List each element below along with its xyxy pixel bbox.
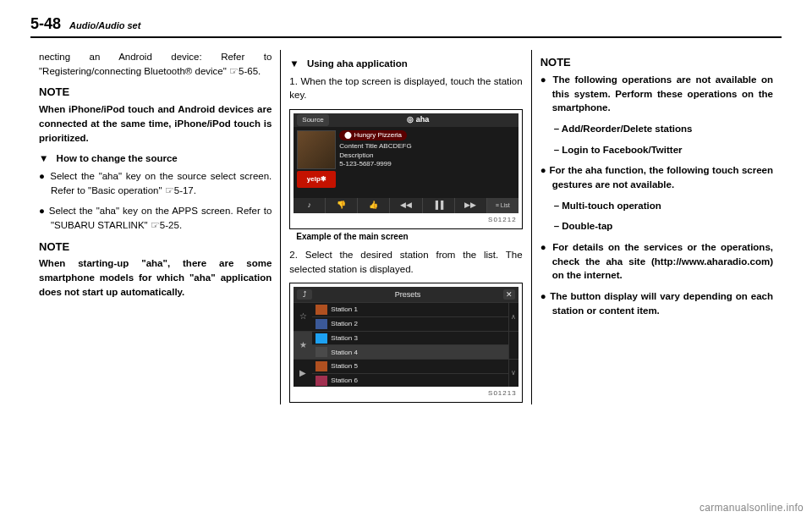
thumb-column: yelp✱: [297, 130, 336, 188]
bullet-item: Select the "aha" key on the APPS screen.…: [39, 204, 272, 232]
station-icon: [315, 319, 327, 329]
presets-topbar: ⤴ Presets ✕: [294, 287, 518, 302]
watermark: carmanualsonline.info: [700, 502, 804, 514]
list-item[interactable]: Station 6: [312, 373, 508, 388]
station-label: Station 6: [331, 376, 358, 386]
tab-outline-star-icon[interactable]: ☆: [294, 302, 312, 330]
note-heading: NOTE: [39, 239, 272, 256]
bullet-item: For details on the services or the opera…: [540, 240, 773, 283]
scrollbar[interactable]: ∧ ∨: [508, 302, 518, 387]
track-meta: ⬤ Hungry Pizzeria Content Title ABCDEFG …: [339, 130, 514, 188]
station-icon: [315, 361, 327, 371]
aha-main-screen: Source ◎ aha yelp✱ ⬤ Hungry Pizzeria Con…: [294, 113, 518, 213]
section-title: Audio/Audio set: [69, 20, 140, 30]
column-1: necting an Android device: Refer to "Reg…: [30, 50, 280, 404]
playback-controls: ♪ 👎 👍 ◀◀ ▐▐ ▶▶ ≡ List: [294, 198, 518, 213]
header-rule: [30, 36, 782, 38]
music-icon[interactable]: ♪: [294, 198, 326, 213]
content-title: Content Title ABCDEFG: [339, 142, 411, 150]
scroll-down-icon[interactable]: ∨: [509, 359, 518, 387]
aha-logo: ◎ aha: [407, 114, 429, 125]
note-heading: NOTE: [540, 55, 773, 71]
note-body: When iPhone/iPod touch and Android devic…: [39, 102, 272, 145]
station-label: Station 5: [331, 361, 358, 371]
triangle-icon: ▼: [289, 57, 299, 71]
screenshot-main-screen: Source ◎ aha yelp✱ ⬤ Hungry Pizzeria Con…: [289, 109, 522, 229]
thumbs-up-icon[interactable]: 👍: [358, 198, 390, 213]
bullet-item: The following operations are not availab…: [540, 73, 773, 115]
content-description: Description: [339, 151, 373, 159]
screen-body: yelp✱ ⬤ Hungry Pizzeria Content Title AB…: [294, 127, 518, 191]
subheading-change-source: ▼ How to change the source: [39, 151, 272, 166]
scroll-track: [509, 331, 518, 359]
station-label: Station 4: [331, 348, 358, 358]
pause-icon[interactable]: ▐▐: [423, 198, 455, 213]
bullet-item: Select the "aha" key on the source selec…: [39, 169, 272, 197]
dash-item: – Multi-touch operation: [540, 199, 773, 213]
thumbs-down-icon[interactable]: 👎: [326, 198, 358, 213]
step-text: 1. When the top screen is displayed, tou…: [289, 74, 522, 102]
list-item[interactable]: Station 3: [312, 331, 508, 345]
bullet-item: For the aha function, the following touc…: [540, 163, 773, 191]
presets-screen: ⤴ Presets ✕ ☆ ★ ▶ Station 1 Station 2: [294, 287, 518, 387]
list-item[interactable]: Station 1: [312, 302, 508, 316]
subheading-label: Using aha application: [307, 58, 408, 69]
column-2: ▼ Using aha application 1. When the top …: [280, 50, 530, 404]
dash-item: – Double-tap: [540, 219, 773, 234]
station-label: Station 3: [331, 333, 358, 344]
manual-page: 5-48 Audio/Audio set necting an Android …: [0, 0, 812, 413]
bullet-item: The button display will vary depending o…: [540, 289, 773, 317]
tab-play-icon[interactable]: ▶: [294, 359, 312, 387]
presets-list-area: ☆ ★ ▶ Station 1 Station 2 Station 3 Stat…: [294, 302, 518, 387]
list-item[interactable]: Station 2: [312, 316, 508, 331]
note-body: When starting-up "aha", there are some s…: [39, 256, 272, 299]
station-icon: [315, 376, 327, 386]
station-label: Station 2: [331, 319, 358, 329]
presets-title: Presets: [395, 289, 421, 300]
presets-side-tabs: ☆ ★ ▶: [294, 302, 312, 387]
dash-item: – Add/Reorder/Delete stations: [540, 122, 773, 136]
station-icon: [315, 333, 327, 344]
topbar-spacer: [508, 115, 515, 125]
image-code: S01212: [294, 213, 518, 225]
figure-caption: Example of the main screen: [296, 231, 522, 244]
screenshot-presets: ⤴ Presets ✕ ☆ ★ ▶ Station 1 Station 2: [289, 283, 522, 403]
note-heading: NOTE: [39, 85, 272, 101]
triangle-icon: ▼: [39, 151, 48, 166]
station-icon: [315, 347, 327, 357]
continuation-text: necting an Android device: Refer to "Reg…: [39, 50, 272, 78]
station-icon: [315, 305, 327, 315]
prev-track-icon[interactable]: ◀◀: [390, 198, 422, 213]
yelp-badge: yelp✱: [297, 171, 336, 188]
scroll-up-icon[interactable]: ∧: [509, 302, 518, 330]
list-button[interactable]: ≡ List: [487, 198, 518, 213]
station-rows: Station 1 Station 2 Station 3 Station 4 …: [312, 302, 508, 387]
close-icon[interactable]: ✕: [503, 289, 515, 300]
list-item[interactable]: Station 5: [312, 359, 508, 373]
content-phone: 5-123-5687-9999: [339, 160, 391, 168]
screen-topbar: Source ◎ aha: [294, 113, 518, 127]
back-icon[interactable]: ⤴: [297, 289, 312, 300]
content-columns: necting an Android device: Refer to "Reg…: [30, 50, 782, 404]
page-header: 5-48 Audio/Audio set: [30, 15, 782, 33]
image-code: S01213: [294, 387, 518, 399]
column-3: NOTE The following operations are not av…: [531, 50, 782, 404]
page-number: 5-48: [30, 15, 61, 33]
dash-item: – Login to Facebook/Twitter: [540, 143, 773, 157]
station-tag[interactable]: ⬤ Hungry Pizzeria: [339, 130, 407, 140]
list-item-selected[interactable]: Station 4: [312, 344, 508, 359]
source-button[interactable]: Source: [297, 114, 328, 126]
step-text: 2. Select the desired station from the l…: [289, 248, 522, 276]
station-label: Station 1: [331, 305, 358, 315]
next-track-icon[interactable]: ▶▶: [455, 198, 487, 213]
tab-filled-star-icon[interactable]: ★: [294, 331, 312, 359]
subheading-using-aha: ▼ Using aha application: [289, 57, 522, 71]
album-art: [297, 130, 336, 169]
subheading-label: How to change the source: [57, 153, 178, 163]
